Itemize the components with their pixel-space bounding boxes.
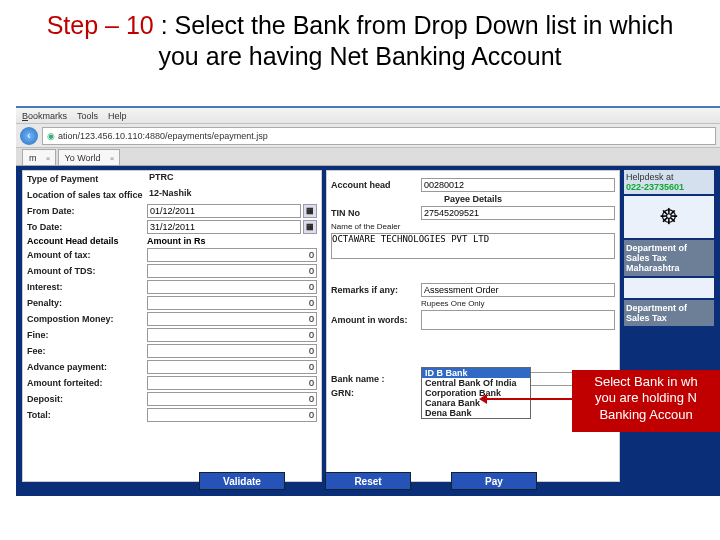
tin-label: TIN No (331, 208, 421, 218)
remarks-label: Remarks if any: (331, 285, 421, 295)
menu-bookmarks[interactable]: BBookmarksookmarks (22, 111, 67, 121)
dept-box-2: Department of Sales Tax (624, 300, 714, 326)
bank-name-label: Bank name : (331, 374, 421, 384)
grn-label: GRN: (331, 388, 421, 398)
emblem-image: ☸ (624, 196, 714, 238)
interest-label: Interest: (27, 282, 147, 292)
deposit-input[interactable] (147, 392, 317, 406)
calendar-icon[interactable]: ▦ (303, 220, 317, 234)
right-sidebar: Helpdesk at 022-23735601 ☸ Department of… (624, 170, 714, 482)
bank-dropdown-list[interactable]: ID B BankCentral Bank Of IndiaCorporatio… (421, 367, 531, 419)
payee-details-heading: Payee Details (444, 194, 502, 204)
type-payment-label: Type of Payment (27, 174, 147, 184)
amount-in-rs-label: Amount in Rs (147, 236, 206, 246)
helpdesk-label: Helpdesk at (626, 172, 712, 182)
acct-head-details-label: Account Head details (27, 236, 147, 246)
tax-label: Amount of tax: (27, 250, 147, 260)
emblem-image (624, 278, 714, 298)
from-date-label: From Date: (27, 206, 147, 216)
tab-2[interactable]: Yo World× (58, 149, 120, 165)
left-panel: Type of PaymentPTRC Location of sales ta… (22, 170, 322, 482)
bank-option[interactable]: ID B Bank (422, 368, 530, 378)
remarks-input[interactable] (421, 283, 615, 297)
close-icon[interactable]: × (46, 154, 51, 163)
url-text: ation/123.456.10.110:4880/epayments/epay… (58, 131, 268, 141)
callout-arrow (482, 398, 572, 400)
button-row: Validate Reset Pay (16, 472, 720, 490)
dept-box-1: Department of Sales Tax Maharashtra (624, 240, 714, 276)
title-rest: : Select the Bank from Drop Down list in… (154, 11, 674, 70)
pay-button[interactable]: Pay (451, 472, 537, 490)
tax-input[interactable] (147, 248, 317, 262)
location-value: 12-Nashik (147, 188, 317, 202)
menubar: BBookmarksookmarks Tools Help (16, 108, 720, 124)
fine-label: Fine: (27, 330, 147, 340)
deposit-label: Deposit: (27, 394, 147, 404)
dealer-name-input[interactable] (331, 233, 615, 259)
location-label: Location of sales tax office (27, 190, 147, 200)
tab-1[interactable]: m× (22, 149, 56, 165)
bank-option[interactable]: Central Bank Of India (422, 378, 530, 388)
tds-input[interactable] (147, 264, 317, 278)
callout-line-3: Banking Accoun (574, 407, 718, 423)
step-label: Step – 10 (47, 11, 154, 39)
advance-input[interactable] (147, 360, 317, 374)
forfeited-input[interactable] (147, 376, 317, 390)
tds-label: Amount of TDS: (27, 266, 147, 276)
reset-button[interactable]: Reset (325, 472, 411, 490)
tab-bar: m× Yo World× (16, 148, 720, 166)
account-head-label: Account head (331, 180, 421, 190)
menu-help[interactable]: Help (108, 111, 127, 121)
rupees-prefix: Rupees One Only (421, 299, 485, 308)
penalty-label: Penalty: (27, 298, 147, 308)
callout-line-1: Select Bank in wh (574, 374, 718, 390)
fine-input[interactable] (147, 328, 317, 342)
callout-box: Select Bank in wh you are holding N Bank… (572, 370, 720, 432)
composition-input[interactable] (147, 312, 317, 326)
callout-line-2: you are holding N (574, 390, 718, 406)
penalty-input[interactable] (147, 296, 317, 310)
amount-words-label: Amount in words: (331, 315, 421, 325)
account-head-input[interactable] (421, 178, 615, 192)
page-content: Type of PaymentPTRC Location of sales ta… (16, 166, 720, 496)
interest-input[interactable] (147, 280, 317, 294)
browser-window: BBookmarksookmarks Tools Help ‹ ◉ation/1… (16, 106, 720, 526)
back-button[interactable]: ‹ (20, 127, 38, 145)
total-input[interactable] (147, 408, 317, 422)
to-date-input[interactable] (147, 220, 301, 234)
globe-icon: ◉ (47, 131, 55, 141)
tin-input[interactable] (421, 206, 615, 220)
close-icon[interactable]: × (110, 154, 115, 163)
tab-1-label: m (29, 153, 37, 163)
total-label: Total: (27, 410, 147, 420)
mid-panel: Account head Payee Details TIN No Name o… (326, 170, 620, 482)
forfeited-label: Amount forteited: (27, 378, 147, 388)
url-input[interactable]: ◉ation/123.456.10.110:4880/epayments/epa… (42, 127, 716, 145)
advance-label: Advance payment: (27, 362, 147, 372)
calendar-icon[interactable]: ▦ (303, 204, 317, 218)
bank-option[interactable]: Dena Bank (422, 408, 530, 418)
fee-input[interactable] (147, 344, 317, 358)
composition-label: Compostion Money: (27, 314, 147, 324)
helpdesk-phone: 022-23735601 (626, 182, 712, 192)
to-date-label: To Date: (27, 222, 147, 232)
dealer-name-label: Name of the Dealer (331, 222, 400, 231)
fee-label: Fee: (27, 346, 147, 356)
slide-title: Step – 10 : Select the Bank from Drop Do… (0, 0, 720, 79)
menu-tools[interactable]: Tools (77, 111, 98, 121)
from-date-input[interactable] (147, 204, 301, 218)
type-payment-value: PTRC (147, 172, 317, 186)
address-bar: ‹ ◉ation/123.456.10.110:4880/epayments/e… (16, 124, 720, 148)
tab-2-label: Yo World (65, 153, 101, 163)
validate-button[interactable]: Validate (199, 472, 285, 490)
amount-words-input[interactable] (421, 310, 615, 330)
helpdesk-box: Helpdesk at 022-23735601 (624, 170, 714, 194)
